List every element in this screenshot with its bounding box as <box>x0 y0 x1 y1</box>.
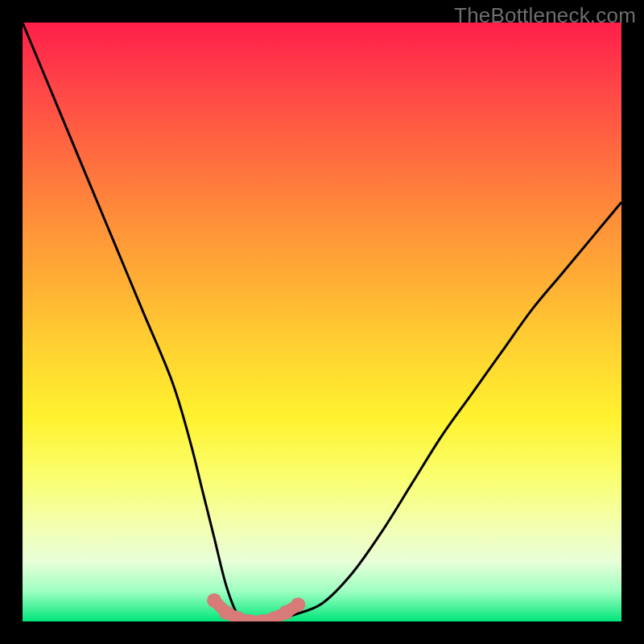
chart-frame: TheBottleneck.com <box>0 0 644 644</box>
bottleneck-curve <box>23 23 621 621</box>
curve-layer <box>23 23 621 621</box>
watermark-text: TheBottleneck.com <box>454 3 636 28</box>
bottom-markers <box>207 593 305 621</box>
marker-dot <box>291 597 305 612</box>
marker-dot <box>207 593 221 608</box>
marker-dot <box>279 605 293 620</box>
plot-area <box>23 23 621 621</box>
